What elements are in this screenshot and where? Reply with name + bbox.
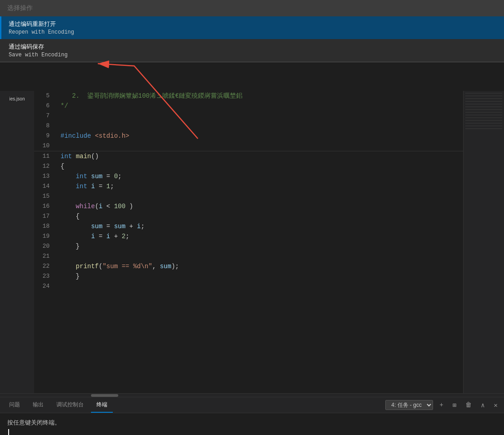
terminal-cursor-line bbox=[7, 429, 497, 435]
code-line-11: 11 int main() bbox=[34, 151, 463, 161]
panel-tabs: 问题 输出 调试控制台 终端 4: 任务 - gcc + ⊞ 🗑 ∧ ✕ bbox=[0, 397, 504, 413]
command-item-reopen-en: Reopen with Encoding bbox=[9, 29, 497, 35]
command-item-save[interactable]: 通过编码保存 Save with Encoding bbox=[0, 39, 504, 62]
line-content-12: { bbox=[57, 161, 64, 171]
code-line-5: 5 2. 鍙哥鹃消绑娴簟妼100浠ュ唬鍒€鏈変殑鍐嶈嘗浜曞埜鈻 bbox=[34, 91, 463, 101]
line-content-22: printf("sum == %d\n", sum); bbox=[57, 261, 179, 271]
line-content-17: { bbox=[57, 211, 80, 221]
line-content-11: int main() bbox=[57, 151, 99, 161]
tab-output[interactable]: 输出 bbox=[27, 397, 49, 413]
line-content-16: while(i < 100 ) bbox=[57, 201, 133, 211]
code-line-16: 16 while(i < 100 ) bbox=[34, 201, 463, 211]
line-num-24: 24 bbox=[34, 281, 57, 291]
code-line-9: 9 #include <stdio.h> bbox=[34, 131, 463, 141]
code-line-17: 17 { bbox=[34, 211, 463, 221]
line-num-8: 8 bbox=[34, 121, 57, 131]
minimap-code-preview bbox=[465, 93, 502, 129]
line-content-23: } bbox=[57, 271, 80, 281]
editor-area: ies.json 5 2. 鍙哥鹃消绑娴簟妼100浠ュ唬鍒€鏈変殑鍐嶈嘗浜曞埜鈻… bbox=[0, 91, 504, 393]
line-content-8 bbox=[57, 121, 64, 131]
line-content-18: sum = sum + i; bbox=[57, 221, 145, 231]
code-line-18: 18 sum = sum + i; bbox=[34, 221, 463, 231]
panel: 问题 输出 调试控制台 终端 4: 任务 - gcc + ⊞ 🗑 ∧ ✕ 按任意… bbox=[0, 397, 504, 435]
tab-debug-console[interactable]: 调试控制台 bbox=[51, 397, 89, 413]
line-num-12: 12 bbox=[34, 161, 57, 171]
line-num-17: 17 bbox=[34, 211, 57, 221]
line-num-19: 19 bbox=[34, 231, 57, 241]
sidebar-file-label[interactable]: ies.json bbox=[8, 95, 27, 103]
code-line-22: 22 printf("sum == %d\n", sum); bbox=[34, 261, 463, 271]
tab-problems[interactable]: 问题 bbox=[4, 397, 25, 413]
line-num-6: 6 bbox=[34, 101, 57, 111]
line-content-14: int i = 1; bbox=[57, 181, 114, 191]
panel-controls: 4: 任务 - gcc + ⊞ 🗑 ∧ ✕ bbox=[385, 400, 500, 410]
sidebar: ies.json bbox=[0, 91, 34, 393]
line-content-21 bbox=[57, 251, 64, 261]
code-line-12: 12 { bbox=[34, 161, 463, 171]
code-line-24: 24 bbox=[34, 281, 463, 291]
editor-content[interactable]: 5 2. 鍙哥鹃消绑娴簟妼100浠ュ唬鍒€鏈変殑鍐嶈嘗浜曞埜鈻 6 */ 7 8… bbox=[34, 91, 463, 393]
code-line-6: 6 */ bbox=[34, 101, 463, 111]
line-content-20: } bbox=[57, 241, 80, 251]
line-content-9: #include <stdio.h> bbox=[57, 131, 129, 141]
line-num-18: 18 bbox=[34, 221, 57, 231]
line-content-10 bbox=[57, 141, 64, 151]
command-item-reopen-cn: 通过编码重新打开 bbox=[9, 20, 497, 28]
line-content-15 bbox=[57, 191, 64, 201]
line-num-20: 20 bbox=[34, 241, 57, 251]
delete-terminal-icon[interactable]: 🗑 bbox=[463, 400, 474, 410]
code-line-7: 7 bbox=[34, 111, 463, 121]
code-line-15: 15 bbox=[34, 191, 463, 201]
line-num-21: 21 bbox=[34, 251, 57, 261]
command-palette-list: 通过编码重新打开 Reopen with Encoding 通过编码保存 Sav… bbox=[0, 16, 504, 62]
line-num-9: 9 bbox=[34, 131, 57, 141]
command-item-save-en: Save with Encoding bbox=[9, 52, 497, 58]
tab-terminal[interactable]: 终端 bbox=[91, 397, 113, 413]
code-line-13: 13 int sum = 0; bbox=[34, 171, 463, 181]
code-line-23: 23 } bbox=[34, 271, 463, 281]
line-num-13: 13 bbox=[34, 171, 57, 181]
line-num-14: 14 bbox=[34, 181, 57, 191]
line-content-13: int sum = 0; bbox=[57, 171, 121, 181]
line-num-7: 7 bbox=[34, 111, 57, 121]
line-num-15: 15 bbox=[34, 191, 57, 201]
line-num-10: 10 bbox=[34, 141, 57, 151]
code-line-20: 20 } bbox=[34, 241, 463, 251]
add-terminal-icon[interactable]: + bbox=[437, 400, 446, 410]
terminal-cursor bbox=[8, 429, 9, 435]
split-terminal-icon[interactable]: ⊞ bbox=[450, 400, 459, 410]
line-num-11: 11 bbox=[34, 151, 57, 161]
terminal-content[interactable]: 按任意键关闭终端。 bbox=[0, 413, 504, 435]
minimap bbox=[463, 91, 504, 393]
code-line-21: 21 bbox=[34, 251, 463, 261]
command-palette-input[interactable] bbox=[0, 0, 504, 16]
line-num-22: 22 bbox=[34, 261, 57, 271]
line-num-5: 5 bbox=[34, 91, 57, 101]
line-content-19: i = i + 2; bbox=[57, 231, 129, 241]
line-num-16: 16 bbox=[34, 201, 57, 211]
code-line-8: 8 bbox=[34, 121, 463, 131]
horizontal-scrollbar[interactable] bbox=[0, 393, 504, 397]
terminal-text: 按任意键关闭终端。 bbox=[7, 419, 497, 427]
task-selector[interactable]: 4: 任务 - gcc bbox=[385, 400, 433, 410]
line-num-23: 23 bbox=[34, 271, 57, 281]
line-content-24 bbox=[57, 281, 64, 291]
code-line-19: 19 i = i + 2; bbox=[34, 231, 463, 241]
code-line-10: 10 bbox=[34, 141, 463, 151]
line-content-6: */ bbox=[57, 101, 68, 111]
command-item-save-cn: 通过编码保存 bbox=[9, 43, 497, 51]
code-line-14: 14 int i = 1; bbox=[34, 181, 463, 191]
close-panel-icon[interactable]: ✕ bbox=[491, 400, 500, 410]
maximize-panel-icon[interactable]: ∧ bbox=[478, 400, 487, 410]
command-palette: 通过编码重新打开 Reopen with Encoding 通过编码保存 Sav… bbox=[0, 0, 504, 62]
command-item-reopen[interactable]: 通过编码重新打开 Reopen with Encoding bbox=[0, 16, 504, 39]
line-content-7 bbox=[57, 111, 64, 121]
line-content-5: 2. 鍙哥鹃消绑娴簟妼100浠ュ唬鍒€鏈変殑鍐嶈嘗浜曞埜鈻 bbox=[57, 91, 242, 101]
